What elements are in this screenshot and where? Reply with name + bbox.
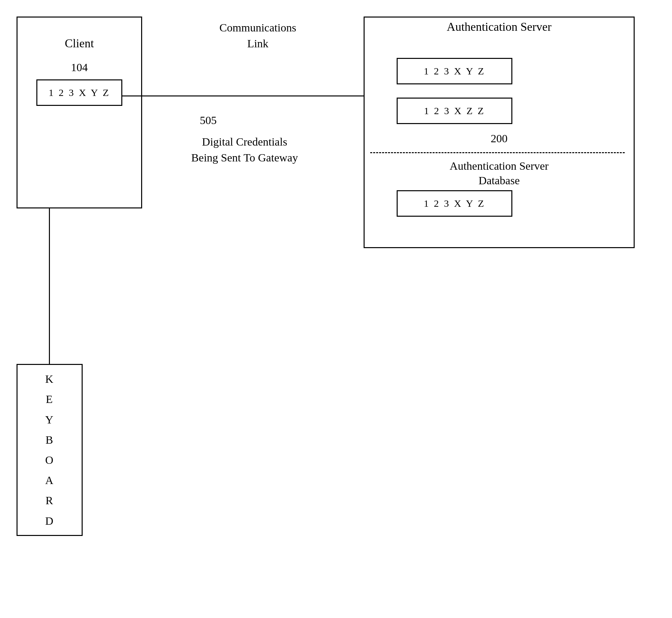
- digital-cred-text: Digital CredentialsBeing Sent To Gateway: [191, 136, 298, 164]
- comm-link-text: CommunicationsLink: [220, 21, 296, 49]
- diagram-container: Client 104 1 2 3 X Y Z CommunicationsLin…: [0, 0, 672, 618]
- keyboard-box: KEYBOARD: [16, 364, 83, 536]
- auth-inner-text-2: 1 2 3 X Z Z: [424, 105, 485, 116]
- digital-cred-label: Digital CredentialsBeing Sent To Gateway: [145, 134, 344, 166]
- client-number: 104: [16, 61, 142, 74]
- comm-link-label: CommunicationsLink: [175, 20, 341, 51]
- auth-inner-box-1: 1 2 3 X Y Z: [397, 58, 512, 84]
- dashed-divider: [370, 152, 625, 153]
- auth-inner-box-2: 1 2 3 X Z Z: [397, 98, 512, 124]
- keyboard-text: KEYBOARD: [45, 369, 54, 531]
- client-inner-text: 1 2 3 X Y Z: [48, 87, 110, 98]
- vertical-line: [49, 208, 50, 364]
- number-505: 505: [175, 114, 241, 127]
- auth-inner-text-3: 1 2 3 X Y Z: [424, 198, 485, 209]
- client-inner-box: 1 2 3 X Y Z: [36, 79, 122, 106]
- auth-number-200: 200: [364, 132, 635, 145]
- auth-server-label: Authentication Server: [364, 20, 635, 34]
- arrow-svg: [119, 83, 377, 116]
- auth-inner-text-1: 1 2 3 X Y Z: [424, 66, 485, 77]
- auth-db-label: Authentication ServerDatabase: [364, 159, 635, 188]
- auth-inner-box-3: 1 2 3 X Y Z: [397, 190, 512, 217]
- client-label: Client: [16, 36, 142, 50]
- auth-db-text: Authentication ServerDatabase: [449, 160, 548, 187]
